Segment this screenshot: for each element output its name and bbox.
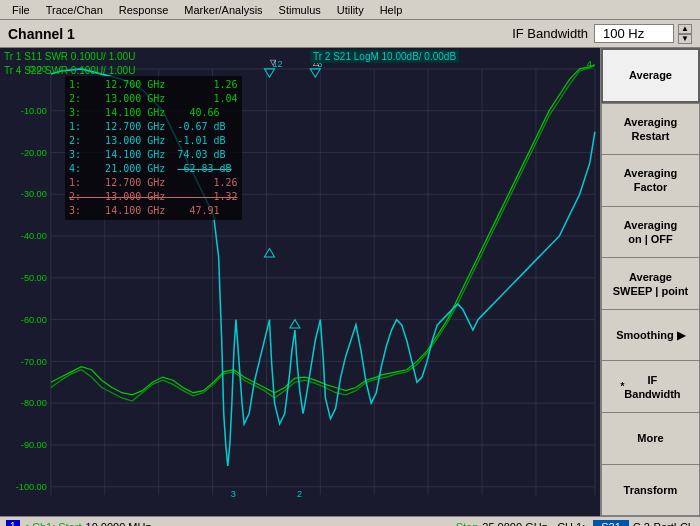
average-sweep-point-button[interactable]: Average SWEEP | point: [601, 257, 700, 309]
menu-marker-analysis[interactable]: Marker/Analysis: [176, 2, 270, 18]
readout-row-3: 3: 14.100 GHz 40.66: [69, 106, 238, 120]
svg-text:-50.00: -50.00: [21, 273, 47, 283]
readout-row-4: 1: 12.700 GHz -0.67 dB: [69, 120, 238, 134]
svg-text:-30.00: -30.00: [21, 189, 47, 199]
menu-file[interactable]: File: [4, 2, 38, 18]
readout-row-7: 4: 21.000 GHz -62.83 dB: [69, 162, 238, 176]
sweep-number: 1: [6, 520, 20, 526]
svg-text:-60.00: -60.00: [21, 315, 47, 325]
ch-info: CH 1:: [557, 521, 585, 527]
readout-row-5: 2: 13.000 GHz -1.01 dB: [69, 134, 238, 148]
readout-row-9: 2: 13.000 GHz 1.32: [69, 190, 238, 204]
data-readout: 1: 12.700 GHz 1.26 2: 13.000 GHz 1.04 3:…: [65, 76, 242, 220]
menu-trace-chan[interactable]: Trace/Chan: [38, 2, 111, 18]
averaging-factor-button[interactable]: Averaging Factor: [601, 154, 700, 206]
menu-help[interactable]: Help: [372, 2, 411, 18]
readout-row-10: 3: 14.100 GHz 47.91: [69, 204, 238, 218]
svg-text:-40.00: -40.00: [21, 231, 47, 241]
if-bandwidth-button[interactable]: * IF Bandwidth: [601, 360, 700, 412]
svg-text:-10.00: -10.00: [21, 106, 47, 116]
freq-line: - - - - - - - - - - - - - - - - - - - - …: [155, 522, 323, 527]
trace-1-label: Tr 1 S11 SWR 0.100U/ 1.00U: [4, 50, 135, 64]
header-scroll: ▲ ▼: [678, 24, 692, 44]
chart-area: 0.00 -10.00 -20.00 -30.00 -40.00 -50.00 …: [0, 48, 600, 516]
trace-4-label: Tr 4 S22 SWR 0.100U/ 1.00U: [4, 64, 135, 78]
menu-response[interactable]: Response: [111, 2, 177, 18]
ch-start-label: >Ch1: Start: [26, 521, 82, 527]
start-freq: 10.0000 MHz: [86, 521, 151, 527]
averaging-on-off-button[interactable]: Averaging on | OFF: [601, 206, 700, 258]
main-layout: 0.00 -10.00 -20.00 -30.00 -40.00 -50.00 …: [0, 48, 700, 516]
if-bw-input[interactable]: 100 Hz: [594, 24, 674, 43]
svg-text:-20.00: -20.00: [21, 147, 47, 157]
transform-button[interactable]: Transform: [601, 464, 700, 517]
readout-row-6: 3: 14.100 GHz 74.03 dB: [69, 148, 238, 162]
scroll-up-btn[interactable]: ▲: [678, 24, 692, 34]
channel-title: Channel 1: [8, 26, 512, 42]
svg-text:-70.00: -70.00: [21, 356, 47, 366]
menu-stimulus[interactable]: Stimulus: [271, 2, 329, 18]
menubar: File Trace/Chan Response Marker/Analysis…: [0, 0, 700, 20]
trace-info: S21: [593, 520, 629, 527]
averaging-restart-button[interactable]: Averaging Restart: [601, 103, 700, 155]
svg-text:-100.00: -100.00: [16, 482, 47, 492]
menu-utility[interactable]: Utility: [329, 2, 372, 18]
svg-text:▽: ▽: [271, 58, 278, 67]
if-bw-label: IF Bandwidth: [512, 26, 588, 41]
more-button[interactable]: More: [601, 412, 700, 464]
smoothing-button[interactable]: Smoothing ▶: [601, 309, 700, 361]
readout-row-2: 2: 13.000 GHz 1.04: [69, 92, 238, 106]
stop-label: Stop: [456, 521, 479, 527]
readout-row-1: 1: 12.700 GHz 1.26: [69, 78, 238, 92]
svg-text:-90.00: -90.00: [21, 440, 47, 450]
status-bar: 1 >Ch1: Start 10.0000 MHz - - - - - - - …: [0, 516, 700, 526]
port-info: C 2-Port: [633, 521, 674, 527]
lcl-info: LCL: [674, 521, 694, 527]
svg-text:2: 2: [297, 489, 302, 499]
active-trace-label: Tr 2 S21 LogM 10.00dB/ 0.00dB: [310, 50, 459, 63]
header: Channel 1 IF Bandwidth 100 Hz ▲ ▼: [0, 20, 700, 48]
stop-freq: 25.0000 GHz: [482, 521, 547, 527]
right-panel: Average Averaging Restart Averaging Fact…: [600, 48, 700, 516]
svg-text:-80.00: -80.00: [21, 398, 47, 408]
svg-text:3: 3: [231, 489, 236, 499]
trace-labels: Tr 1 S11 SWR 0.100U/ 1.00U Tr 4 S22 SWR …: [4, 50, 135, 78]
svg-text:4: 4: [587, 59, 592, 69]
scroll-down-btn[interactable]: ▼: [678, 34, 692, 44]
readout-row-8: 1: 12.700 GHz 1.26: [69, 176, 238, 190]
average-button[interactable]: Average: [601, 48, 700, 103]
